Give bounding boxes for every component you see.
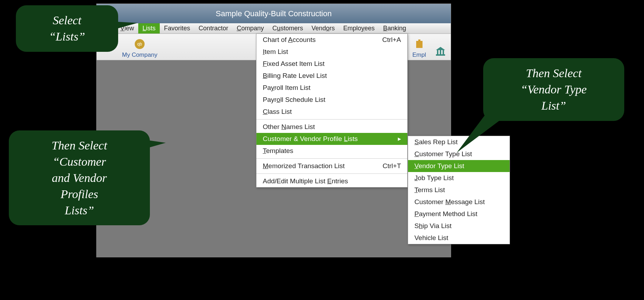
callout-tail-icon xyxy=(141,137,166,152)
svg-rect-11 xyxy=(436,54,445,56)
menu-fixed-asset[interactable]: Fixed Asset Item List xyxy=(256,58,407,70)
callout-text: Profiles xyxy=(19,186,139,202)
submenu-customer-message[interactable]: Customer Message List xyxy=(408,196,510,208)
callout-text: Then Select xyxy=(19,137,139,154)
callout-text: and Vendor xyxy=(19,170,139,186)
svg-text:qb: qb xyxy=(137,42,142,47)
callout-text: Then Select xyxy=(494,65,614,81)
menu-templates[interactable]: Templates xyxy=(256,145,407,157)
titlebar: Sample Quality-Built Construction xyxy=(97,4,451,23)
submenu-arrow-icon: ▶ xyxy=(398,136,401,141)
submenu-vendor-type[interactable]: Vendor Type List xyxy=(408,160,510,172)
submenu-payment-method[interactable]: Payment Method List xyxy=(408,208,510,220)
menu-other-names[interactable]: Other Names List xyxy=(256,121,407,133)
badge-icon xyxy=(413,38,425,50)
window-title: Sample Quality-Built Construction xyxy=(216,9,332,18)
svg-rect-6 xyxy=(416,41,423,48)
callout-text: Lists” xyxy=(19,202,139,219)
menu-payroll-schedule[interactable]: Payroll Schedule List xyxy=(256,94,407,106)
shortcut-memorized: Ctrl+T xyxy=(383,162,401,170)
menu-billing-rate[interactable]: Billing Rate Level List xyxy=(256,70,407,82)
callout-text: Select xyxy=(26,12,108,29)
submenu-terms[interactable]: Terms List xyxy=(408,184,510,196)
shortcut-chart-accounts: Ctrl+A xyxy=(382,36,401,44)
lists-dropdown: Chart of Accounts Ctrl+A Item List Fixed… xyxy=(256,33,408,188)
menu-favorites[interactable]: Favorites xyxy=(160,23,194,33)
svg-rect-9 xyxy=(440,50,441,54)
tool-my-company-label: My Company xyxy=(122,51,157,59)
callout-customer-vendor: Then Select “Customer and Vendor Profile… xyxy=(9,130,150,225)
menu-employees[interactable]: Employees xyxy=(339,23,379,33)
tool-employees[interactable]: Empl xyxy=(408,38,430,60)
menu-customer-vendor-profile[interactable]: Customer & Vendor Profile Lists ▶ xyxy=(256,133,407,145)
separator xyxy=(256,158,407,159)
menu-add-edit[interactable]: Add/Edit Multiple List Entries xyxy=(256,175,407,187)
svg-rect-8 xyxy=(437,50,438,54)
tool-my-company[interactable]: qb My Company xyxy=(118,38,162,60)
callout-tail-icon xyxy=(457,89,520,153)
menu-banking[interactable]: Banking xyxy=(379,23,410,33)
callout-text: “Lists” xyxy=(26,29,108,45)
separator xyxy=(256,173,407,174)
menu-lists[interactable]: Lists xyxy=(138,23,160,33)
svg-rect-10 xyxy=(443,50,444,54)
tool-banking[interactable] xyxy=(430,45,451,60)
svg-rect-7 xyxy=(418,39,420,42)
menu-item-list[interactable]: Item List xyxy=(256,46,407,58)
tool-employees-label: Empl xyxy=(412,51,426,59)
submenu-ship-via[interactable]: Ship Via List xyxy=(408,220,510,232)
menu-vendors[interactable]: Vendors xyxy=(307,23,339,33)
submenu-job-type[interactable]: Job Type List xyxy=(408,172,510,184)
menu-company[interactable]: Company xyxy=(232,23,268,33)
callout-tail-icon xyxy=(106,18,138,35)
menu-chart-of-accounts[interactable]: Chart of Accounts Ctrl+A xyxy=(256,34,407,46)
separator xyxy=(256,119,407,120)
menu-customers[interactable]: Customers xyxy=(268,23,307,33)
callout-vendor-type: Then Select “Vendor Type List” xyxy=(483,58,624,121)
callout-select-lists: Select “Lists” xyxy=(16,5,118,52)
bank-icon xyxy=(435,45,446,57)
menubar: Edit View Lists Favorites Contractor Com… xyxy=(97,23,451,34)
callout-text: “Customer xyxy=(19,154,139,170)
menu-memorized[interactable]: Memorized Transaction List Ctrl+T xyxy=(256,160,407,172)
menu-payroll-item[interactable]: Payroll Item List xyxy=(256,82,407,94)
menu-class-list[interactable]: Class List xyxy=(256,106,407,118)
submenu-vehicle[interactable]: Vehicle List xyxy=(408,232,510,244)
menu-contractor[interactable]: Contractor xyxy=(194,23,232,33)
company-icon: qb xyxy=(134,38,146,50)
